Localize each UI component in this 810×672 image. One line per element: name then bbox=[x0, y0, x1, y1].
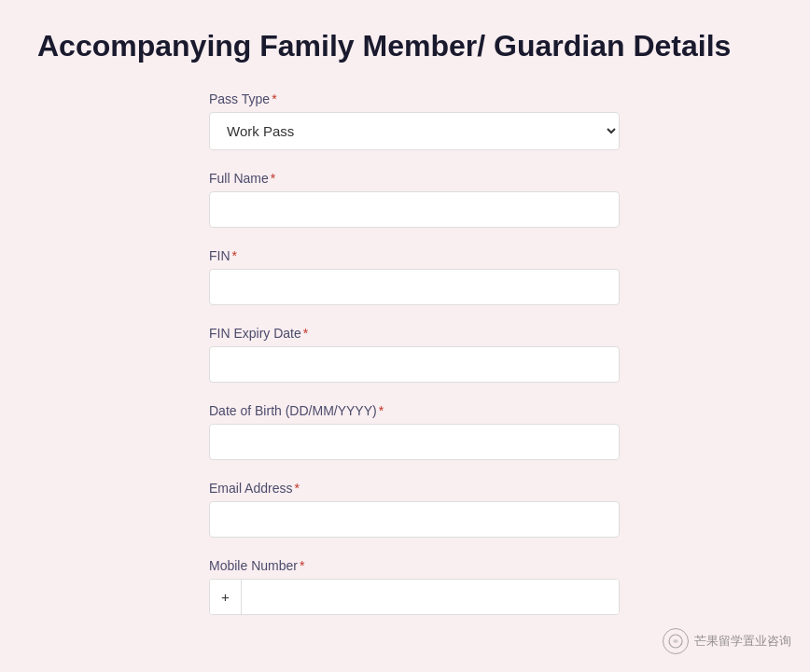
email-group: Email Address* bbox=[209, 481, 620, 538]
full-name-input[interactable] bbox=[209, 191, 620, 228]
pass-type-select[interactable]: Work Pass Dependant Pass Student Pass Lo… bbox=[209, 112, 620, 150]
phone-prefix: + bbox=[210, 580, 242, 614]
watermark: 芒果留学置业咨询 bbox=[663, 628, 791, 654]
fin-input[interactable] bbox=[209, 269, 620, 305]
watermark-text: 芒果留学置业咨询 bbox=[694, 633, 791, 650]
fin-label: FIN* bbox=[209, 248, 620, 263]
full-name-group: Full Name* bbox=[209, 171, 620, 228]
dob-label: Date of Birth (DD/MM/YYYY)* bbox=[209, 403, 620, 418]
page-title: Accompanying Family Member/ Guardian Det… bbox=[37, 28, 773, 63]
mobile-input[interactable] bbox=[242, 580, 619, 614]
form-container: Pass Type* Work Pass Dependant Pass Stud… bbox=[190, 91, 620, 615]
pass-type-label: Pass Type* bbox=[209, 91, 620, 106]
mobile-label: Mobile Number* bbox=[209, 558, 620, 573]
watermark-icon bbox=[663, 628, 689, 654]
dob-group: Date of Birth (DD/MM/YYYY)* bbox=[209, 403, 620, 460]
fin-expiry-group: FIN Expiry Date* bbox=[209, 326, 620, 383]
fin-group: FIN* bbox=[209, 248, 620, 305]
pass-type-group: Pass Type* Work Pass Dependant Pass Stud… bbox=[209, 91, 620, 150]
fin-expiry-label: FIN Expiry Date* bbox=[209, 326, 620, 341]
fin-expiry-input[interactable] bbox=[209, 346, 620, 383]
page-container: Accompanying Family Member/ Guardian Det… bbox=[0, 0, 810, 672]
phone-input-wrapper: + bbox=[209, 579, 620, 615]
full-name-label: Full Name* bbox=[209, 171, 620, 186]
mobile-group: Mobile Number* + bbox=[209, 558, 620, 615]
email-label: Email Address* bbox=[209, 481, 620, 496]
dob-input[interactable] bbox=[209, 424, 620, 460]
email-input[interactable] bbox=[209, 501, 620, 538]
